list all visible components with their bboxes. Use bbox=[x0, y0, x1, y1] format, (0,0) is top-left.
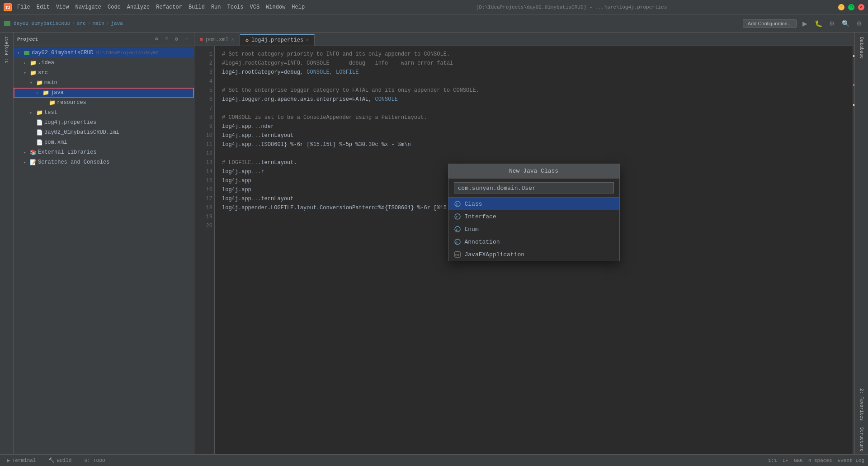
tab-pom[interactable]: m pom.xml × bbox=[194, 34, 240, 46]
tree-label-ext-libs: External Libraries bbox=[38, 149, 97, 155]
class-icon: C bbox=[454, 200, 461, 207]
tree-item-iml[interactable]: 📄 day02_01mybatisCRUD.iml bbox=[14, 127, 194, 137]
intellij-logo: IJ bbox=[4, 3, 12, 11]
coverage-button[interactable]: ⚙ bbox=[826, 18, 837, 29]
tree-arrow-pom bbox=[28, 139, 34, 146]
svg-text:FX: FX bbox=[455, 254, 459, 257]
svg-text:@: @ bbox=[455, 240, 458, 245]
menu-navigate[interactable]: Navigate bbox=[75, 4, 101, 10]
dialog-item-javafx[interactable]: FX JavaFXApplication bbox=[448, 248, 619, 261]
menu-analyze[interactable]: Analyze bbox=[127, 4, 150, 10]
tab-bar: m pom.xml × ⚙ log4j.properties × bbox=[194, 33, 854, 46]
tree-item-idea[interactable]: ▸ 📁 .idea bbox=[14, 58, 194, 68]
minimize-button[interactable]: − bbox=[838, 4, 844, 10]
right-strip: Database 2: Favorites Structure bbox=[854, 33, 868, 454]
hide-panel-icon[interactable]: − bbox=[182, 35, 190, 43]
tree-item-src[interactable]: ▾ 📁 src bbox=[14, 68, 194, 78]
gutter-mark-3 bbox=[853, 104, 854, 106]
breadcrumb-main[interactable]: main bbox=[92, 21, 104, 26]
tree-item-test[interactable]: ▸ 📁 test bbox=[14, 108, 194, 118]
class-name-input[interactable] bbox=[454, 182, 614, 193]
tab-log4j[interactable]: ⚙ log4j.properties × bbox=[240, 34, 315, 46]
breadcrumb-src[interactable]: src bbox=[77, 21, 86, 26]
dialog-item-class-label: Class bbox=[465, 201, 482, 207]
menu-vcs[interactable]: VCS bbox=[250, 4, 260, 10]
build-icon: 🔨 bbox=[48, 457, 55, 463]
svg-text:C: C bbox=[456, 202, 458, 207]
dialog-item-interface[interactable]: I Interface bbox=[448, 210, 619, 223]
panel-header-icons: ⊕ ≡ ⚙ − bbox=[152, 35, 190, 43]
tree-item-ext-libs[interactable]: ▸ 📚 External Libraries bbox=[14, 147, 194, 157]
folder-icon-java: 📁 bbox=[42, 89, 49, 96]
menu-build[interactable]: Build bbox=[189, 4, 205, 10]
tree-item-main[interactable]: ▾ 📁 main bbox=[14, 78, 194, 88]
menu-window[interactable]: Window bbox=[266, 4, 285, 10]
project-tab-strip[interactable]: 1: Project bbox=[1, 34, 13, 65]
tree-item-scratches[interactable]: ▸ 📝 Scratches and Consoles bbox=[14, 157, 194, 167]
add-configuration-button[interactable]: Add Configuration... bbox=[743, 19, 797, 28]
tab-log4j-close[interactable]: × bbox=[306, 38, 309, 43]
menu-edit[interactable]: Edit bbox=[37, 4, 50, 10]
tree-item-log4j[interactable]: 📄 log4j.properties bbox=[14, 118, 194, 127]
run-button[interactable]: ▶ bbox=[799, 18, 810, 29]
search-everywhere-button[interactable]: 🔍 bbox=[840, 18, 851, 29]
tree-item-pom[interactable]: 📄 pom.xml bbox=[14, 137, 194, 147]
properties-icon-log4j: 📄 bbox=[36, 119, 43, 126]
locate-file-icon[interactable]: ⊕ bbox=[152, 35, 160, 43]
dialog-item-enum[interactable]: E Enum bbox=[448, 223, 619, 235]
settings-button[interactable]: ⚙ bbox=[854, 18, 864, 29]
status-right: 1:1 LF GBK 4 spaces Event Log bbox=[768, 458, 864, 463]
breadcrumb-root[interactable]: day02_01mybatisCRUD bbox=[14, 21, 70, 26]
line-ending[interactable]: LF bbox=[783, 458, 788, 463]
favorites-tab[interactable]: 2: Favorites bbox=[856, 386, 868, 424]
menu-tools[interactable]: Tools bbox=[227, 4, 244, 10]
menu-help[interactable]: Help bbox=[292, 4, 305, 10]
menu-run[interactable]: Run bbox=[211, 4, 221, 10]
folder-icon-idea: 📁 bbox=[29, 59, 37, 66]
todo-tab[interactable]: 6: TODO bbox=[80, 457, 108, 464]
tree-arrow-root: ▾ bbox=[15, 50, 22, 56]
structure-tab[interactable]: Structure bbox=[856, 424, 868, 454]
menu-file[interactable]: File bbox=[17, 4, 30, 10]
title-bar: IJ File Edit View Navigate Code Analyze … bbox=[0, 0, 868, 14]
collapse-all-icon[interactable]: ≡ bbox=[162, 35, 170, 43]
xml-icon-pom: 📄 bbox=[36, 139, 43, 146]
menu-view[interactable]: View bbox=[56, 4, 69, 10]
menu-refactor[interactable]: Refactor bbox=[156, 4, 182, 10]
build-label: Build bbox=[57, 458, 71, 463]
build-tab[interactable]: 🔨 Build bbox=[45, 457, 75, 464]
tree-arrow-resources bbox=[41, 99, 47, 106]
breadcrumb: day02_01mybatisCRUD › src › main › java bbox=[4, 20, 741, 27]
settings-icon[interactable]: ⚙ bbox=[172, 35, 180, 43]
tree-label-src: src bbox=[38, 70, 48, 76]
event-log[interactable]: Event Log bbox=[838, 458, 864, 463]
terminal-tab[interactable]: ▶ Terminal bbox=[4, 457, 39, 464]
tree-item-resources[interactable]: 📁 resources bbox=[14, 98, 194, 108]
javafx-icon: FX bbox=[454, 251, 461, 258]
debug-button[interactable]: 🐛 bbox=[813, 18, 824, 29]
svg-rect-2 bbox=[4, 21, 10, 26]
code-editor[interactable]: # Set root category priority to INFO and… bbox=[215, 46, 853, 454]
dialog-item-class[interactable]: C Class bbox=[448, 198, 619, 210]
tree-arrow-idea: ▸ bbox=[22, 60, 28, 66]
breadcrumb-java[interactable]: java bbox=[111, 21, 123, 26]
breadcrumb-project[interactable] bbox=[4, 20, 12, 27]
tab-pom-close[interactable]: × bbox=[231, 38, 234, 42]
close-button[interactable]: × bbox=[858, 4, 864, 10]
tree-arrow-java: ▸ bbox=[34, 89, 41, 96]
tab-pom-icon: m bbox=[200, 37, 203, 43]
database-tab[interactable]: Database bbox=[856, 34, 868, 61]
tree-arrow-main: ▾ bbox=[28, 80, 34, 86]
dialog-item-annotation[interactable]: @ Annotation bbox=[448, 235, 619, 248]
dialog-item-annotation-label: Annotation bbox=[465, 239, 500, 245]
dialog-title: New Java Class bbox=[448, 164, 619, 179]
menu-code[interactable]: Code bbox=[108, 4, 121, 10]
interface-icon: I bbox=[454, 213, 461, 220]
project-icon bbox=[23, 49, 30, 56]
encoding[interactable]: GBK bbox=[794, 458, 803, 463]
indent-setting[interactable]: 4 spaces bbox=[808, 458, 832, 463]
tree-item-root[interactable]: ▾ day02_01mybatisCRUD D:\IdeaProjects\da… bbox=[14, 48, 194, 58]
title-path: [D:\IdeaProjects\day02_01mybatisCRUD] - … bbox=[305, 5, 838, 10]
maximize-button[interactable]: □ bbox=[848, 4, 854, 10]
tree-item-java[interactable]: ▸ 📁 java bbox=[14, 88, 194, 98]
